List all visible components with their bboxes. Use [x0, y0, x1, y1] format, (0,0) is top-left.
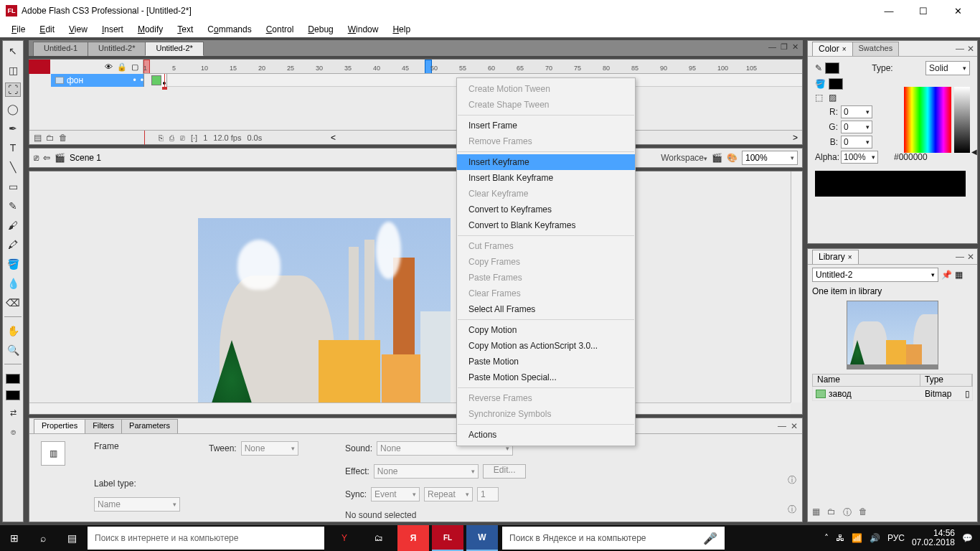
stage-canvas[interactable] [198, 218, 451, 415]
stroke-picker-icon[interactable]: ✎ [815, 63, 822, 73]
tab-filters[interactable]: Filters [85, 419, 122, 433]
scroll-left-icon[interactable]: < [331, 133, 336, 143]
value-slider[interactable] [954, 87, 970, 153]
panel-minimize-icon[interactable]: — [956, 44, 964, 54]
ink-bottle-tool[interactable]: 🖍 [5, 237, 21, 252]
library-columns[interactable]: Name Type [812, 374, 973, 387]
start-button[interactable]: ⊞ [0, 525, 29, 551]
label-type-combo[interactable]: Name▾ [94, 497, 180, 512]
doc-restore-icon[interactable]: ❐ [781, 42, 788, 52]
tab-close-icon[interactable]: × [842, 45, 847, 53]
delete-layer-icon[interactable]: 🗑 [59, 133, 67, 143]
properties-icon[interactable]: ⓘ [843, 507, 852, 519]
layer-visible-dot[interactable]: • [133, 75, 136, 85]
tray-volume-icon[interactable]: 🔊 [870, 533, 880, 543]
new-folder-icon[interactable]: 🗀 [827, 507, 836, 519]
layer-outline-swatch[interactable] [151, 75, 161, 85]
col-type[interactable]: Type [920, 375, 972, 386]
repeat-combo[interactable]: Repeat▾ [424, 487, 473, 501]
stroke-color-swatch[interactable] [6, 374, 20, 384]
taskbar-app-word[interactable]: W [466, 525, 498, 551]
panel-close-icon[interactable]: ✕ [967, 252, 974, 262]
effect-combo[interactable]: None▾ [374, 464, 479, 479]
menu-item[interactable]: Insert Keyframe [457, 154, 635, 170]
hand-tool[interactable]: ✋ [5, 324, 21, 338]
doc-close-icon[interactable]: ✕ [792, 42, 798, 52]
onion-outline-icon[interactable]: ⎚ [180, 133, 185, 142]
edit-multiple-icon[interactable]: [·] [191, 133, 197, 142]
edit-scene-icon[interactable]: 🎬 [712, 153, 722, 163]
free-transform-tool[interactable]: ⛶ [5, 83, 21, 97]
lock-column-icon[interactable]: 🔒 [117, 62, 127, 72]
hex-input[interactable]: #000000 [894, 152, 946, 162]
visibility-column-icon[interactable]: 👁 [105, 62, 113, 71]
mic-icon[interactable]: 🎤 [703, 532, 717, 545]
minimize-button[interactable]: — [878, 4, 900, 18]
menu-commands[interactable]: Commands [202, 23, 257, 36]
scene-name[interactable]: Scene 1 [70, 153, 101, 163]
swap-colors-icon[interactable]: ⬚ [815, 93, 823, 103]
horizontal-scrollbar[interactable] [29, 402, 791, 414]
taskbar-app-flash[interactable]: FL [432, 525, 463, 551]
tray-wifi-icon[interactable]: 📶 [852, 533, 862, 543]
menu-file[interactable]: File [6, 23, 31, 36]
menu-item[interactable]: Select All Frames [457, 301, 635, 317]
new-layer-icon[interactable]: ▤ [34, 133, 42, 143]
pencil-tool[interactable]: ✎ [5, 199, 21, 213]
menu-item[interactable]: Actions [457, 427, 635, 443]
eraser-tool[interactable]: ⌫ [5, 296, 21, 310]
delete-icon[interactable]: 🗑 [859, 507, 867, 519]
hue-picker[interactable] [904, 87, 951, 153]
b-input[interactable]: 0▾ [841, 136, 872, 149]
zoom-tool[interactable]: 🔍 [5, 343, 21, 357]
help-icon[interactable]: ⓘ [788, 504, 796, 516]
panel-close-icon[interactable]: ✕ [967, 44, 974, 54]
doc-tab-active[interactable]: Untitled-2* [145, 42, 203, 56]
layer-lock-dot[interactable]: • [141, 75, 143, 85]
fill-color[interactable] [829, 78, 843, 90]
panel-minimize-icon[interactable]: — [778, 421, 786, 431]
menu-item[interactable]: Copy Motion [457, 322, 635, 338]
onion-skin-icon[interactable]: ⎙ [169, 133, 174, 142]
menu-item[interactable]: Insert Blank Keyframe [457, 170, 635, 186]
menu-item[interactable]: Convert to Blank Keyframes [457, 217, 635, 233]
menu-insert[interactable]: Insert [96, 23, 129, 36]
layer-name[interactable]: фон • • [51, 74, 144, 87]
eyedropper-tool[interactable]: 💧 [5, 276, 21, 291]
menu-text[interactable]: Text [171, 23, 199, 36]
menu-window[interactable]: Window [342, 23, 385, 36]
doc-tab[interactable]: Untitled-2* [88, 42, 146, 56]
stroke-color[interactable] [825, 62, 839, 74]
col-name[interactable]: Name [813, 375, 920, 386]
tray-language[interactable]: РУС [887, 533, 905, 543]
tween-combo[interactable]: None▾ [241, 441, 298, 456]
taskbar-app-yandex[interactable]: Y [329, 525, 360, 551]
close-button[interactable]: ✕ [947, 4, 969, 18]
tab-library[interactable]: Library× [812, 250, 859, 264]
fill-picker-icon[interactable]: 🪣 [815, 79, 826, 89]
menu-item[interactable]: Paste Motion Special... [457, 369, 635, 385]
no-color-icon[interactable]: ▨ [829, 93, 837, 103]
snap-icon[interactable]: ⌾ [5, 425, 21, 439]
rectangle-tool[interactable]: ▭ [5, 179, 21, 194]
fill-color-swatch[interactable] [6, 390, 20, 400]
task-view-icon[interactable]: ▤ [57, 525, 86, 551]
tray-expand-icon[interactable]: ˄ [824, 533, 829, 543]
scroll-right-icon[interactable]: > [793, 133, 798, 143]
color-picker[interactable] [904, 87, 970, 153]
menu-control[interactable]: Control [260, 23, 300, 36]
menu-debug[interactable]: Debug [302, 23, 339, 36]
menu-item[interactable]: Paste Motion [457, 354, 635, 369]
pen-tool[interactable]: ✒ [5, 121, 21, 136]
menu-modify[interactable]: Modify [132, 23, 169, 36]
timeline-toggle-icon[interactable]: ⎚ [34, 153, 39, 163]
vertical-scrollbar[interactable] [791, 171, 802, 402]
library-item-row[interactable]: завод Bitmap ▯ [812, 387, 973, 401]
tray-clock[interactable]: 14:56 07.02.2018 [912, 529, 955, 547]
tray-network-icon[interactable]: 🖧 [836, 533, 844, 543]
pin-library-icon[interactable]: 📌 [941, 270, 952, 280]
repeat-count-input[interactable]: 1 [477, 487, 499, 501]
alpha-input[interactable]: 100%▾ [841, 151, 878, 164]
selection-tool[interactable]: ↖ [5, 44, 21, 58]
text-tool[interactable]: T [5, 141, 21, 155]
